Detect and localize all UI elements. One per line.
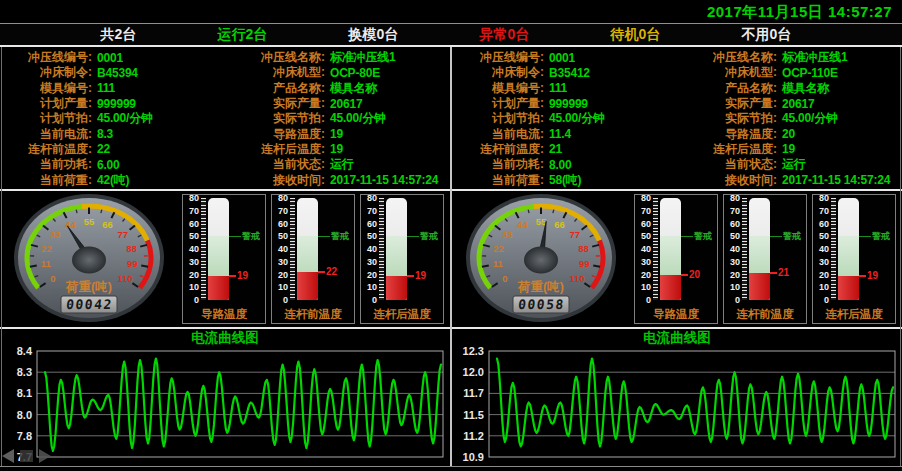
- gauges-section-2: 0112233445566778899110荷重(吨)00058 8070605…: [452, 191, 902, 327]
- gauge-tick-label: 55: [84, 216, 95, 227]
- status-count-label: 待机0台: [611, 26, 661, 44]
- thermo-fill: [660, 275, 681, 301]
- info-value: 111: [97, 81, 115, 95]
- thermo-scale-number: 0: [635, 295, 651, 305]
- thermo-scale-number: 60: [724, 219, 740, 229]
- info-value: 22: [97, 142, 110, 156]
- hmi-screen: 2017年11月15日 14:57:27 共2台运行2台换模0台异常0台待机0台…: [0, 0, 902, 471]
- info-value: 111: [549, 81, 567, 95]
- gauge-tick-label: 33: [502, 229, 513, 240]
- info-column-right: 冲压线名称:标准冲压线1冲床机型:OCP-80E产品名称:模具名称实际产量:20…: [225, 50, 450, 189]
- info-row: 产品名称:模具名称: [225, 81, 450, 96]
- current-curve-chart: 12.312.011.711.511.210.9: [452, 346, 902, 467]
- warn-line: [770, 236, 782, 237]
- info-row: 导路温度:19: [225, 126, 450, 141]
- thermo-value-marker: 19: [407, 271, 426, 281]
- chart-y-tick-label: 11.2: [463, 430, 484, 442]
- info-row: 模具编号:111: [452, 81, 677, 96]
- thermo-scale-number: 40: [724, 244, 740, 254]
- info-column-right: 冲压线名称:标准冲压线1冲床机型:OCP-110E产品名称:模具名称实际产量:2…: [677, 50, 902, 189]
- info-row: 连杆前温度:21: [452, 142, 677, 157]
- thermo-scale-number: 20: [724, 270, 740, 280]
- gauge-tick-label: 77: [117, 229, 128, 240]
- gauge-tick-label: 88: [126, 243, 137, 254]
- thermo-label: 连杆后温度: [813, 307, 895, 322]
- thermometers-1: 80706050403020100 警戒19导路温度80706050403020…: [182, 194, 444, 324]
- info-row: 连杆后温度:19: [225, 142, 450, 157]
- gauge-tick-label: 11: [41, 258, 52, 269]
- info-value: 999999: [549, 97, 588, 111]
- chart-y-tick-label: 12.3: [463, 346, 484, 357]
- thermo-fill: [838, 276, 859, 300]
- info-value: 45.00/分钟: [97, 110, 153, 127]
- gauges-section-1: 0112233445566778899110荷重(吨)00042 8070605…: [0, 191, 450, 327]
- chart-y-tick-label: 8.4: [17, 346, 33, 357]
- info-column-left: 冲压线编号:0001冲床制令:B35412模具编号:111计划产量:999999…: [452, 50, 677, 189]
- info-value: 运行: [330, 156, 354, 173]
- thermo-scale-number: 80: [183, 193, 199, 203]
- chart-title: 电流曲线图: [0, 329, 450, 346]
- thermo-scale-number: 50: [724, 231, 740, 241]
- thermo-value-marker: 20: [681, 270, 700, 280]
- info-value: B45394: [97, 66, 138, 80]
- title-bar: 2017年11月15日 14:57:27: [0, 0, 902, 23]
- thermo-scale-number: 40: [183, 244, 199, 254]
- thermo-scale-number: 50: [361, 231, 377, 241]
- thermo-scale-number: 80: [272, 193, 288, 203]
- thermo-fill: [208, 276, 229, 300]
- status-count-label: 换模0台: [349, 26, 399, 44]
- info-column-left: 冲压线编号:0001冲床制令:B45394模具编号:111计划产量:999999…: [0, 50, 225, 189]
- gauge-tick-label: 66: [102, 219, 113, 230]
- info-label: 当前荷重:: [452, 172, 544, 189]
- gauge-tick-label: 22: [41, 243, 52, 254]
- thermo-scale-number: 30: [635, 257, 651, 267]
- gauge-odometer-value: 00058: [517, 297, 565, 312]
- thermo-scale-number: 30: [272, 257, 288, 267]
- info-section-1: 冲压线编号:0001冲床制令:B45394模具编号:111计划产量:999999…: [0, 47, 450, 189]
- press-panel-2: 冲压线编号:0001冲床制令:B35412模具编号:111计划产量:999999…: [452, 47, 902, 467]
- thermo-value-marker: 19: [229, 271, 248, 281]
- info-label: 当前荷重:: [0, 172, 92, 189]
- thermo-scale-number: 10: [183, 282, 199, 292]
- gauge-odometer-value: 00042: [65, 297, 113, 312]
- thermo-scale-number: 20: [183, 270, 199, 280]
- warn-line: [318, 236, 330, 237]
- info-row: 当前状态:运行: [677, 157, 902, 172]
- gauge-tick-label: 99: [127, 258, 138, 269]
- info-row: 实际节拍:45.00/分钟: [225, 111, 450, 126]
- thermometer: 80706050403020100 警戒22连杆前温度: [271, 194, 355, 324]
- thermometer: 80706050403020100 警戒19连杆后温度: [360, 194, 444, 324]
- info-row: 冲压线名称:标准冲压线1: [225, 50, 450, 65]
- forward-arrow-icon: [39, 449, 51, 463]
- thermo-scale-number: 80: [813, 193, 829, 203]
- thermo-scale-number: 0: [361, 295, 377, 305]
- gauge-hub: [524, 247, 558, 274]
- chart-y-tick-label: 8.0: [17, 409, 32, 421]
- thermo-scale-number: 70: [183, 206, 199, 216]
- info-row: 当前功耗:6.00: [0, 157, 225, 172]
- thermo-scale-number: 60: [183, 219, 199, 229]
- warn-label: 警戒: [783, 230, 801, 242]
- chart-y-tick-label: 7.8: [17, 430, 32, 442]
- thermo-tube: [749, 198, 770, 300]
- info-value: 模具名称: [330, 80, 377, 97]
- info-value: 45.00/分钟: [330, 110, 386, 127]
- info-value: 标准冲压线1: [782, 49, 847, 66]
- thermo-fill: [297, 272, 318, 300]
- info-row: 连杆后温度:19: [677, 142, 902, 157]
- thermo-scale-number: 60: [635, 219, 651, 229]
- warn-line: [681, 236, 693, 237]
- thermometer: 80706050403020100 警戒20导路温度: [634, 194, 718, 324]
- info-row: 计划产量:999999: [0, 96, 225, 111]
- gauge-tick-label: 0: [50, 273, 55, 284]
- info-value: 999999: [97, 97, 136, 111]
- thermo-scale-number: 10: [724, 282, 740, 292]
- thermo-scale-number: 40: [813, 244, 829, 254]
- info-label: 接收时间:: [677, 172, 777, 189]
- thermo-ruler: [379, 198, 384, 300]
- info-value: 运行: [782, 156, 806, 173]
- thermo-tube: [208, 198, 229, 300]
- info-row: 实际产量:20617: [677, 96, 902, 111]
- info-value: 45.00/分钟: [549, 110, 605, 127]
- info-value: 2017-11-15 14:57:24: [330, 173, 438, 187]
